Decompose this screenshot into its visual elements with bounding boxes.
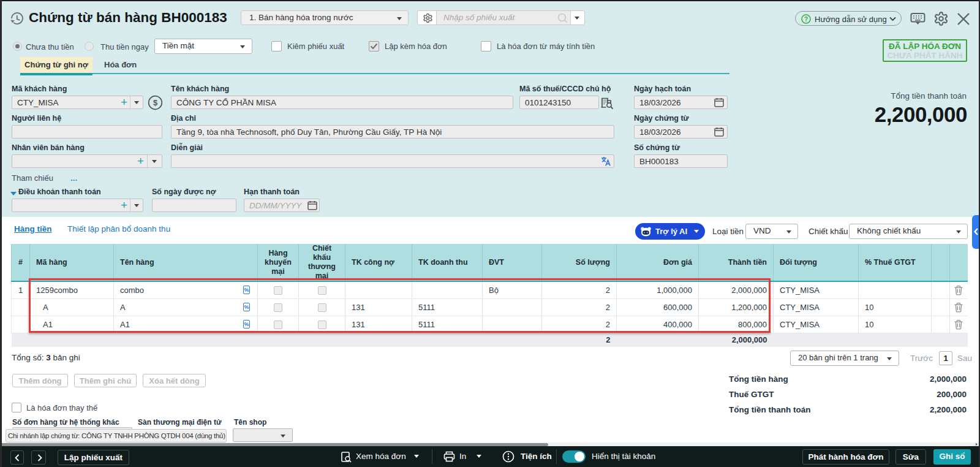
- svg-text:$: $: [153, 98, 158, 107]
- svg-text:?: ?: [804, 15, 808, 22]
